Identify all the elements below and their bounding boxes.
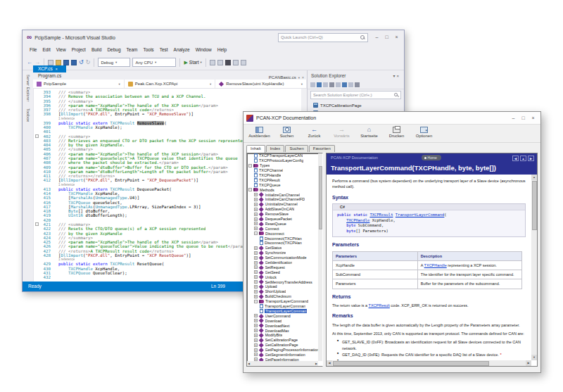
expand-icon[interactable]: + bbox=[254, 213, 258, 216]
open-file-icon[interactable] bbox=[56, 60, 61, 65]
vs-close-button[interactable]: × bbox=[392, 33, 401, 42]
step-into-icon[interactable] bbox=[217, 60, 223, 65]
toc-item[interactable]: +BuildChecksum bbox=[247, 294, 322, 299]
toc-item[interactable]: +SetRequest bbox=[247, 265, 322, 270]
topic-up-icon[interactable]: ▲ bbox=[520, 156, 526, 161]
navbar-dropdown[interactable]: Peak.Can.Xcp.XCPApi▾ bbox=[125, 80, 216, 88]
server-explorer-side-tab[interactable]: Server Explorer bbox=[26, 75, 30, 101]
expand-icon[interactable]: + bbox=[254, 324, 258, 327]
toc-item[interactable]: Disconnect(TXCPHan bbox=[247, 236, 322, 241]
menu-item-edit[interactable]: Edit bbox=[39, 47, 53, 52]
outline-collapse-icon[interactable]: - bbox=[35, 134, 39, 138]
toc-item[interactable]: +Upload bbox=[247, 284, 322, 289]
new-project-icon[interactable] bbox=[48, 60, 53, 65]
menu-item-tools[interactable]: Tools bbox=[140, 47, 156, 52]
solution-configuration-dropdown[interactable]: Debug▾ bbox=[98, 58, 130, 67]
toolbox-side-tab[interactable]: Toolbox bbox=[26, 108, 30, 122]
inline-link[interactable]: TXCPHandle bbox=[346, 218, 369, 222]
save-all-icon[interactable] bbox=[71, 60, 77, 65]
refresh-icon[interactable] bbox=[317, 82, 322, 87]
start-debugging-button[interactable]: ▶ Start ▾ bbox=[184, 60, 201, 65]
panel-options-icons[interactable]: ▾× bbox=[393, 73, 400, 78]
toolbar-options-icon[interactable] bbox=[241, 60, 246, 65]
help-toolbar-back-button[interactable]: ←Zurück bbox=[301, 126, 327, 138]
help-title-bar[interactable]: PCAN-XCP Documentation – □ × bbox=[243, 112, 540, 125]
toc-item[interactable]: +ModifyBits bbox=[247, 333, 322, 338]
help-contents-tree[interactable]: TXCPTransportLayerCANTXCPProtocolLayerCo… bbox=[246, 153, 323, 367]
toc-item[interactable]: +DownloadMax bbox=[247, 328, 322, 333]
sync-with-active-document-icon[interactable] bbox=[342, 82, 347, 87]
topic-vertical-scrollbar[interactable]: ▲▼ bbox=[531, 175, 537, 360]
navigate-back-icon[interactable]: ← bbox=[27, 59, 32, 65]
menu-item-team[interactable]: Team bbox=[124, 47, 141, 52]
tab-list-dropdown-icon[interactable]: ▾ bbox=[298, 76, 300, 80]
toc-item[interactable]: +DequeuePacket bbox=[247, 217, 322, 222]
menu-item-file[interactable]: File bbox=[27, 47, 39, 52]
toc-item[interactable]: +Connect bbox=[247, 226, 322, 231]
toc-item[interactable]: TXCPResult bbox=[247, 177, 322, 182]
menu-item-test[interactable]: Test bbox=[157, 47, 171, 52]
expand-icon[interactable]: + bbox=[254, 203, 258, 206]
save-icon[interactable] bbox=[63, 60, 69, 65]
help-toolbar-print-button[interactable]: Drucken bbox=[384, 126, 410, 138]
menu-item-build[interactable]: Build bbox=[89, 47, 104, 52]
menu-item-analyze[interactable]: Analyze bbox=[171, 47, 193, 52]
breakpoints-icon[interactable] bbox=[233, 60, 239, 65]
help-toolbar-hide-button[interactable]: Ausblenden bbox=[246, 126, 272, 138]
navbar-dropdown[interactable]: PcipSample▾ bbox=[33, 80, 125, 88]
expand-icon[interactable]: + bbox=[254, 280, 258, 284]
toc-item[interactable]: TransportLayerComman bbox=[247, 304, 322, 309]
toc-item[interactable]: +SetCalibrationPage bbox=[247, 338, 322, 343]
solution-platform-dropdown[interactable]: Any CPU▾ bbox=[132, 58, 176, 67]
expand-icon[interactable]: + bbox=[254, 217, 258, 221]
close-tab-icon[interactable]: × bbox=[56, 67, 58, 71]
expand-icon[interactable]: + bbox=[254, 265, 258, 269]
navigate-forward-icon[interactable]: → bbox=[34, 59, 40, 65]
header-badge[interactable]: Home bbox=[422, 155, 441, 160]
help-tab-index[interactable]: Index bbox=[266, 145, 285, 152]
pin-icon[interactable] bbox=[348, 82, 353, 87]
expand-icon[interactable]: + bbox=[254, 261, 258, 265]
toc-item[interactable]: +AddSlaveOnCAN bbox=[247, 207, 322, 212]
help-toolbar-home-button[interactable]: ⌂Startseite bbox=[356, 126, 382, 138]
expand-icon[interactable]: + bbox=[254, 251, 258, 255]
expand-icon[interactable]: + bbox=[254, 193, 258, 196]
toc-item[interactable]: −Disconnect bbox=[247, 231, 322, 236]
toc-item[interactable]: +InitializeCanChannel bbox=[247, 192, 322, 197]
expand-icon[interactable]: + bbox=[254, 348, 258, 352]
help-minimize-button[interactable]: – bbox=[509, 114, 518, 122]
toc-item[interactable]: +GetSeed bbox=[247, 270, 322, 274]
solution-item-txcpcalibrationpage[interactable]: TXCPCalibrationPage bbox=[308, 101, 404, 109]
expand-icon[interactable]: + bbox=[254, 270, 258, 274]
expand-icon[interactable]: + bbox=[254, 314, 258, 317]
inline-link[interactable]: TXCPResult bbox=[369, 213, 393, 217]
help-toolbar-search-button[interactable]: Suchen bbox=[274, 126, 300, 138]
toc-item[interactable]: TXCPProtocolLayerConfig bbox=[247, 158, 322, 163]
toc-item[interactable]: −TransportLayerCommand bbox=[247, 299, 322, 304]
collapse-icon[interactable]: − bbox=[254, 300, 258, 303]
inline-link[interactable]: TXCPHandle bbox=[424, 263, 447, 267]
expand-icon[interactable]: + bbox=[254, 295, 258, 298]
toc-item[interactable]: +SetCommunicationMode bbox=[247, 255, 322, 260]
collapse-icon[interactable]: − bbox=[254, 232, 258, 235]
inline-link[interactable]: TXCPResult bbox=[369, 303, 390, 308]
toc-item[interactable]: TXCPTransportLayerCAN bbox=[247, 153, 322, 158]
solution-explorer-search-input[interactable]: Search Solution Explorer (Ctrl+;) bbox=[310, 91, 401, 99]
toc-item[interactable]: +UninitializeChannel bbox=[247, 202, 322, 207]
vs-minimize-button[interactable]: – bbox=[372, 33, 381, 42]
toc-item[interactable]: +GetSegmentInformation bbox=[247, 353, 322, 358]
expand-icon[interactable]: + bbox=[254, 353, 258, 356]
topic-horizontal-scrollbar[interactable]: ◀▶ bbox=[327, 360, 531, 366]
help-close-button[interactable]: × bbox=[529, 114, 538, 122]
toc-item[interactable]: Disconnect(TXCPHan bbox=[247, 241, 322, 246]
help-maximize-button[interactable]: □ bbox=[519, 114, 528, 122]
toc-item[interactable]: +GetCalibrationPage bbox=[247, 343, 322, 348]
expand-icon[interactable]: + bbox=[254, 334, 258, 337]
menu-item-project[interactable]: Project bbox=[69, 47, 89, 52]
undo-icon[interactable]: ↺ bbox=[79, 59, 84, 65]
properties-icon[interactable] bbox=[329, 82, 334, 87]
menu-item-help[interactable]: Help bbox=[215, 47, 229, 52]
help-tab-favoriten[interactable]: Favoriten bbox=[309, 145, 335, 152]
expand-icon[interactable]: + bbox=[254, 285, 258, 289]
toc-item[interactable]: +InitializeCanChannelFD bbox=[247, 197, 322, 202]
